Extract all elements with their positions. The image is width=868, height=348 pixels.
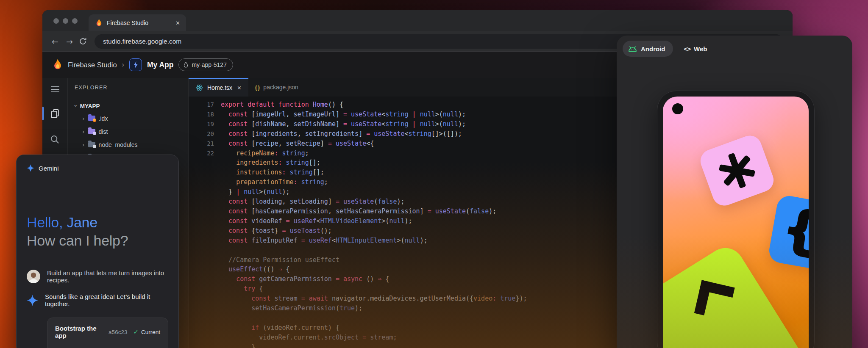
web-toggle[interactable]: <> Web [684, 45, 707, 52]
editor-tab-label: Home.tsx [207, 84, 232, 91]
line-number [189, 342, 221, 348]
code-text: videoRef.current.srcObject = stream; [221, 333, 397, 342]
files-icon [50, 108, 60, 119]
pink-asterisk-tile [697, 133, 777, 209]
line-number [189, 284, 221, 294]
chevron-right-icon: › [82, 141, 85, 148]
line-number [189, 216, 221, 226]
line-number [189, 246, 221, 255]
line-number: 22 [189, 149, 221, 158]
window-controls[interactable] [53, 18, 78, 24]
line-number [189, 255, 221, 265]
card-title: Bootstrap the app [55, 325, 108, 339]
code-text: setHasCameraPermission(true); [221, 304, 362, 313]
check-icon: ✓ [133, 328, 139, 336]
web-toggle-label: Web [694, 45, 707, 52]
explorer-title: EXPLORER [75, 85, 188, 91]
code-text: const fileInputRef = useRef<HTMLInputEle… [221, 236, 428, 246]
breadcrumb-separator: › [122, 61, 124, 69]
tree-item-idx[interactable]: ›.idx [75, 112, 188, 125]
line-number [189, 265, 221, 274]
gemini-title: Gemini [39, 165, 59, 172]
line-number [189, 294, 221, 304]
code-text: instructions: string[]; [221, 168, 324, 177]
droplet-icon [183, 61, 189, 68]
line-number: 18 [189, 110, 221, 119]
line-number: 17 [189, 100, 221, 110]
workspace-name: my-app-5127 [192, 61, 227, 68]
explorer-activity-button[interactable] [42, 106, 67, 121]
folder-icon [88, 142, 95, 147]
bootstrap-card-header: Bootstrap the app a56c23 ✓ Current [55, 325, 160, 339]
line-number [189, 274, 221, 284]
line-number [189, 168, 221, 177]
phone-mockup: { [657, 91, 815, 348]
line-number [189, 158, 221, 168]
code-text [221, 313, 225, 323]
editor-tab-label: package.json [263, 84, 298, 91]
back-icon[interactable]: ← [50, 37, 60, 46]
code-text: preparationTime: string; [221, 177, 328, 187]
line-number [189, 226, 221, 236]
app-icon [129, 58, 142, 71]
tab-close-icon[interactable]: ✕ [175, 20, 180, 26]
search-activity-button[interactable] [42, 132, 67, 147]
line-number: 20 [189, 129, 221, 139]
url-text: studio.firebase.google.com [103, 38, 181, 45]
android-toggle[interactable]: Android [623, 41, 673, 57]
browser-tab-title: Firebase Studio [107, 19, 171, 26]
assistant-message-row: Sounds like a great idea! Let’s build it… [27, 293, 168, 307]
tree-root-myapp[interactable]: › MYAPP [75, 100, 188, 112]
product-name[interactable]: Firebase Studio [68, 61, 117, 69]
user-message: Build an app that lets me turn images in… [47, 269, 168, 284]
gemini-panel: Gemini Hello, Jane How can I help? Build… [16, 155, 179, 348]
phone-screen: { [663, 97, 809, 348]
line-number: 19 [189, 119, 221, 129]
angle-bracket-icon [694, 280, 735, 321]
preview-panel: Android <> Web { [617, 36, 852, 348]
platform-toggles: Android <> Web [617, 36, 852, 57]
line-number [189, 197, 221, 207]
menu-button[interactable] [42, 84, 67, 95]
line-number [189, 323, 221, 333]
code-text: //Camera Permission useEffect [221, 255, 339, 265]
curly-brace-icon: { [779, 202, 809, 257]
react-icon [195, 84, 203, 91]
editor-tab-home-tsx[interactable]: Home.tsx ✕ [189, 78, 248, 97]
tree-item-dist[interactable]: ›dist [75, 125, 188, 138]
status-badge: Current [141, 329, 160, 335]
code-text: } [221, 342, 255, 348]
forward-icon[interactable]: → [64, 37, 75, 46]
line-number [189, 187, 221, 197]
assistant-message: Sounds like a great idea! Let’s build it… [45, 293, 168, 307]
code-text: export default function Home() { [221, 100, 343, 110]
code-text: const [recipe, setRecipe] = useState<{ [221, 139, 374, 149]
app-name[interactable]: My App [147, 61, 174, 69]
line-number [189, 177, 221, 187]
bootstrap-card[interactable]: Bootstrap the app a56c23 ✓ Current src/p… [47, 318, 168, 348]
hamburger-icon [51, 86, 59, 92]
folder-icon [88, 129, 95, 134]
workspace-badge[interactable]: my-app-5127 [178, 58, 233, 71]
browser-tab[interactable]: Firebase Studio ✕ [89, 14, 186, 31]
user-message-row: Build an app that lets me turn images in… [27, 269, 168, 284]
reload-icon[interactable] [79, 37, 87, 45]
code-text: if (videoRef.current) { [221, 323, 339, 333]
folder-icon [88, 116, 95, 121]
tree-item-label: node_modules [99, 141, 138, 148]
code-text: try { [221, 284, 263, 294]
line-number: 21 [189, 139, 221, 149]
tree-item-label: .idx [99, 115, 108, 122]
angle-bracket-icon [678, 345, 718, 348]
person-photo-icon [27, 270, 40, 283]
chevron-right-icon: › [82, 128, 85, 135]
code-text: recipeName: string; [221, 149, 309, 158]
asterisk-icon [714, 147, 760, 194]
editor-tab-close-icon[interactable]: ✕ [237, 85, 241, 91]
commit-hash: a56c23 [108, 329, 127, 335]
tree-item-nodemodules[interactable]: ›node_modules [75, 138, 188, 151]
editor-tab-package-json[interactable]: { } package.json [248, 78, 305, 97]
line-number [189, 207, 221, 216]
gemini-star-icon [27, 295, 38, 306]
firebase-logo [53, 59, 63, 71]
